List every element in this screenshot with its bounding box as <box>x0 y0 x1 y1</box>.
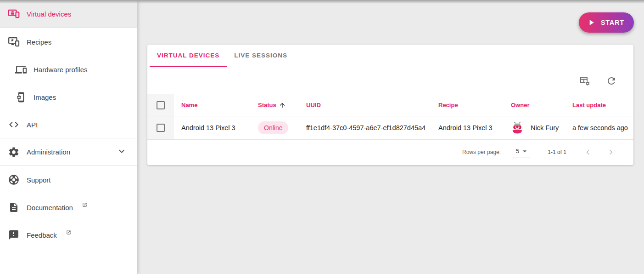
table-toolbar <box>147 67 633 94</box>
column-header-label: Owner <box>511 102 529 108</box>
column-header-uuid[interactable]: UUID <box>299 102 431 108</box>
sidebar-item-label: Documentation <box>27 204 73 211</box>
column-settings-icon <box>579 75 590 86</box>
column-header-label: Recipe <box>438 102 458 108</box>
select-all-checkbox[interactable] <box>157 101 165 109</box>
documentation-doc-icon <box>8 201 20 213</box>
select-all-cell <box>147 94 174 116</box>
previous-page-button[interactable] <box>580 144 596 160</box>
cell-uuid: ff1e1df4-37c0-4597-a6e7-ef1d827d45a4 <box>299 124 431 131</box>
open-in-new-icon <box>66 228 71 236</box>
sidebar-item-label: Recipes <box>27 38 51 46</box>
tab-live-sessions[interactable]: LIVE SESSIONS <box>227 45 295 67</box>
main-content: START VIRTUAL DEVICES LIVE SESSIONS <box>137 0 644 274</box>
rows-per-page-value: 5 <box>516 148 519 154</box>
sidebar-item-documentation[interactable]: Documentation <box>0 194 137 221</box>
sidebar-item-label: API <box>27 121 38 129</box>
feedback-bubble-icon <box>8 229 20 241</box>
table-row[interactable]: Android 13 Pixel 3 Online ff1e1df4-37c0-… <box>147 116 633 140</box>
row-checkbox[interactable] <box>157 124 165 132</box>
support-lifering-icon <box>8 174 20 186</box>
tab-virtual-devices[interactable]: VIRTUAL DEVICES <box>150 45 227 67</box>
refresh-icon <box>606 75 617 86</box>
next-page-button[interactable] <box>603 144 619 160</box>
sidebar-item-api[interactable]: API <box>0 111 137 138</box>
play-icon <box>587 18 596 27</box>
administration-gear-icon <box>8 146 20 158</box>
status-badge: Online <box>258 121 288 134</box>
column-settings-button[interactable] <box>576 72 594 90</box>
table-header-row: Name Status UUID Recipe Owner Last updat… <box>147 94 633 116</box>
devices-card: VIRTUAL DEVICES LIVE SESSIONS <box>147 45 633 165</box>
sidebar-item-label: Virtual devices <box>27 10 71 18</box>
sidebar-item-support[interactable]: Support <box>0 166 137 194</box>
cell-recipe: Android 13 Pixel 3 <box>431 124 504 131</box>
sidebar-item-label: Hardware profiles <box>34 66 88 74</box>
column-header-last-update[interactable]: Last update <box>565 102 633 108</box>
avatar <box>511 121 524 134</box>
api-code-icon <box>8 119 20 131</box>
virtual-devices-icon <box>8 8 20 20</box>
cell-name: Android 13 Pixel 3 <box>174 124 251 131</box>
tab-label: LIVE SESSIONS <box>234 52 287 59</box>
start-button[interactable]: START <box>579 12 634 33</box>
rows-per-page-label: Rows per page: <box>462 149 501 155</box>
dropdown-arrow-icon <box>520 147 529 156</box>
open-in-new-icon <box>82 201 87 209</box>
device-recipe: Android 13 Pixel 3 <box>438 124 493 131</box>
owner-name: Nick Fury <box>531 124 559 131</box>
column-header-label: Last update <box>572 102 606 108</box>
start-button-label: START <box>601 19 624 26</box>
device-uuid: ff1e1df4-37c0-4597-a6e7-ef1d827d45a4 <box>306 124 426 131</box>
column-header-label: UUID <box>306 102 321 108</box>
column-header-recipe[interactable]: Recipe <box>431 102 504 108</box>
sidebar-item-label: Support <box>27 176 51 184</box>
hardware-profiles-icon <box>15 63 27 75</box>
recipes-icon <box>8 36 20 48</box>
chevron-right-icon <box>606 147 616 157</box>
column-header-name[interactable]: Name <box>174 102 251 108</box>
chevron-left-icon <box>583 147 593 157</box>
row-select-cell <box>147 116 174 139</box>
chevron-down-icon <box>116 146 127 158</box>
column-header-status[interactable]: Status <box>251 102 299 109</box>
table-pagination: Rows per page: 5 1-1 of 1 <box>147 140 633 165</box>
sidebar-item-label: Images <box>34 93 56 101</box>
sidebar-item-images[interactable]: Images <box>0 83 137 111</box>
card-tabs: VIRTUAL DEVICES LIVE SESSIONS <box>147 45 633 67</box>
tab-label: VIRTUAL DEVICES <box>157 52 219 59</box>
last-update-text: a few seconds ago <box>572 124 628 131</box>
cell-owner: Nick Fury <box>504 121 565 134</box>
cell-last-update: a few seconds ago <box>565 124 633 131</box>
refresh-button[interactable] <box>602 72 621 90</box>
column-header-owner[interactable]: Owner <box>504 102 565 108</box>
sidebar-item-administration[interactable]: Administration <box>0 138 137 166</box>
rows-per-page-select[interactable]: 5 <box>513 147 530 158</box>
cell-status: Online <box>251 121 299 134</box>
sidebar-item-hardware-profiles[interactable]: Hardware profiles <box>0 56 137 83</box>
sidebar-item-label: Feedback <box>27 231 57 239</box>
sidebar: Virtual devices Recipes Hardware profile… <box>0 0 137 274</box>
sidebar-item-virtual-devices[interactable]: Virtual devices <box>0 0 137 28</box>
device-name: Android 13 Pixel 3 <box>181 124 235 131</box>
sidebar-item-recipes[interactable]: Recipes <box>0 28 137 56</box>
sidebar-item-feedback[interactable]: Feedback <box>0 221 137 249</box>
pagination-range: 1-1 of 1 <box>548 149 566 155</box>
sort-ascending-icon <box>279 102 286 109</box>
images-icon <box>15 91 27 103</box>
sidebar-item-label: Administration <box>27 148 70 156</box>
column-header-label: Name <box>181 102 197 108</box>
column-header-label: Status <box>258 102 276 108</box>
